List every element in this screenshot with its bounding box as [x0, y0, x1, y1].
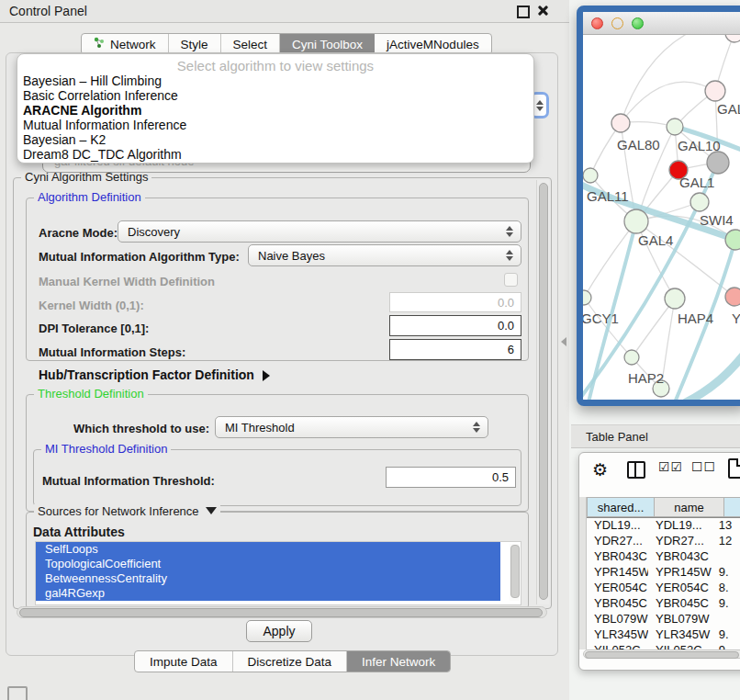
tab-label: Network: [110, 38, 156, 51]
tab-jactivemnodules[interactable]: jActiveMNodules: [375, 34, 491, 54]
aracne-mode-combobox[interactable]: Discovery: [118, 220, 521, 243]
column-header[interactable]: [724, 497, 740, 517]
apply-button[interactable]: Apply: [246, 620, 312, 642]
network-node-hap4[interactable]: [665, 288, 685, 309]
mi-steps-field[interactable]: 6: [389, 339, 521, 360]
network-edge[interactable]: [632, 299, 675, 357]
gear-icon[interactable]: ⚙: [592, 459, 608, 480]
network-node-gal10[interactable]: [667, 119, 683, 135]
table-row[interactable]: YBR043CYBR043C: [587, 548, 740, 564]
aracne-mode-value: Discovery: [128, 225, 502, 239]
tab-network[interactable]: Network: [82, 34, 169, 54]
network-node-gal4[interactable]: [624, 209, 648, 233]
table-row[interactable]: YLR345WYLR345W9.: [587, 627, 740, 642]
network-node-label: Y: [732, 310, 740, 326]
algorithm-option[interactable]: Bayesian – K2: [17, 132, 533, 147]
table-cell: YIL052C: [648, 643, 712, 649]
scrollbar-thumb[interactable]: [585, 651, 739, 659]
network-node-gal11[interactable]: [583, 168, 598, 183]
attribute-item[interactable]: BetweennessCentrality: [36, 571, 500, 586]
network-node-swi4[interactable]: [725, 230, 740, 250]
network-node[interactable]: [725, 35, 740, 42]
table-cell: YBL079W: [587, 612, 648, 626]
algorithm-list: Bayesian – Hill ClimbingBasic Correlatio…: [17, 73, 533, 162]
scrollbar-thumb[interactable]: [19, 608, 543, 617]
settings-vertical-scrollbar[interactable]: [536, 180, 549, 604]
which-threshold-combobox[interactable]: MI Threshold: [215, 416, 488, 438]
table-row[interactable]: YIL052CYIL052C9: [587, 642, 740, 649]
table-cell: 9.: [712, 565, 740, 579]
column-header[interactable]: shared...: [587, 497, 655, 517]
table-panel-titlebar: Table Panel: [571, 424, 740, 448]
table-cell: 12: [712, 534, 740, 548]
scrollbar-thumb[interactable]: [539, 183, 548, 600]
tab-infer-network[interactable]: Infer Network: [347, 651, 450, 672]
table-cell: YLR345W: [587, 627, 648, 641]
tab-impute-data[interactable]: Impute Data: [135, 651, 233, 672]
network-graph[interactable]: GALGAL80GAL10GAL11GAL1GAL4SWI4GCY1HAP4YH…: [583, 35, 740, 401]
hub-section-toggle[interactable]: Hub/Transcription Factor Definition: [39, 367, 270, 382]
algorithm-option[interactable]: ARACNE Algorithm: [17, 103, 533, 118]
network-node[interactable]: [707, 152, 729, 174]
tab-style[interactable]: Style: [169, 34, 221, 54]
float-window-icon[interactable]: [517, 6, 530, 18]
attributes-scrollbar[interactable]: [510, 544, 520, 601]
table-row[interactable]: YBL079WYBL079W: [587, 611, 740, 627]
settings-horizontal-scrollbar[interactable]: [17, 606, 547, 618]
network-node-gcy1[interactable]: [583, 290, 591, 305]
table-cell: 9: [712, 643, 740, 649]
minimize-traffic-light-icon[interactable]: [611, 17, 623, 29]
algorithm-option[interactable]: Basic Correlation Inference: [17, 88, 533, 103]
network-node-label: GAL80: [617, 137, 660, 152]
dpi-tolerance-field[interactable]: 0.0: [389, 315, 521, 336]
splitpane-collapse-icon[interactable]: [561, 337, 566, 346]
table-horizontal-scrollbar[interactable]: [583, 649, 740, 659]
table-row[interactable]: YBR045CYBR045C9.: [587, 595, 740, 611]
network-node-label: GCY1: [583, 310, 619, 326]
table-row[interactable]: YER054CYER054C8.: [587, 580, 740, 595]
close-icon[interactable]: [537, 5, 549, 17]
table-row[interactable]: YDL19...YDL19...13: [587, 517, 740, 533]
network-node-gal[interactable]: [705, 81, 725, 101]
select-all-checkboxes-icon[interactable]: ☑☑: [658, 459, 683, 474]
table-row[interactable]: YDR27...YDR27...12: [587, 533, 740, 548]
network-node-y[interactable]: [725, 288, 740, 306]
table-panel-window: ⚙ ☑☑ ☐☐ shared...name YDL19...YDL19...13…: [578, 452, 740, 671]
network-node-gal80[interactable]: [611, 114, 630, 132]
algorithm-option[interactable]: Bayesian – Hill Climbing: [17, 73, 533, 88]
close-traffic-light-icon[interactable]: [591, 17, 603, 29]
kernel-width-field[interactable]: 0.0: [389, 292, 521, 312]
dock-panel-icon[interactable]: [7, 686, 28, 700]
network-node-gal1[interactable]: [690, 193, 709, 211]
algorithm-option[interactable]: Dream8 DC_TDC Algorithm: [17, 147, 533, 162]
which-threshold-label: Which threshold to use:: [73, 422, 209, 435]
table-panel-title: Table Panel: [586, 430, 648, 444]
manual-kernel-checkbox[interactable]: [504, 273, 518, 287]
network-node-label: GAL: [717, 101, 740, 117]
attribute-item[interactable]: TopologicalCoefficient: [36, 557, 500, 571]
mi-threshold-field[interactable]: 0.5: [386, 467, 516, 488]
attribute-items: SelfLoopsTopologicalCoefficientBetweenne…: [36, 542, 521, 601]
zoom-traffic-light-icon[interactable]: [632, 17, 644, 29]
column-layout-icon[interactable]: [627, 461, 645, 479]
tab-cyni-toolbox[interactable]: Cyni Toolbox: [280, 34, 375, 54]
data-attributes-list[interactable]: SelfLoopsTopologicalCoefficientBetweenne…: [35, 541, 521, 605]
network-canvas[interactable]: GALGAL80GAL10GAL11GAL1GAL4SWI4GCY1HAP4YH…: [583, 35, 740, 401]
attribute-item[interactable]: gal4RGexp: [36, 586, 500, 601]
column-header[interactable]: name: [655, 497, 724, 517]
tab-select[interactable]: Select: [221, 34, 281, 54]
network-view-window: GALGAL80GAL10GAL11GAL1GAL4SWI4GCY1HAP4YH…: [577, 6, 740, 406]
document-icon[interactable]: [728, 458, 740, 479]
scrollbar-thumb[interactable]: [510, 545, 520, 598]
mi-type-combobox[interactable]: Naive Bayes: [248, 244, 521, 266]
sources-group-title[interactable]: Sources for Network Inference: [34, 504, 220, 518]
tab-discretize-data[interactable]: Discretize Data: [233, 651, 348, 672]
network-window-titlebar[interactable]: [583, 12, 740, 35]
spinner-up-icon: [536, 100, 544, 105]
network-node-hap2[interactable]: [624, 350, 639, 365]
attribute-item[interactable]: SelfLoops: [36, 542, 500, 557]
algorithm-option[interactable]: Mutual Information Inference: [17, 118, 533, 132]
table-row[interactable]: YPR145WYPR145W9.: [587, 564, 740, 580]
network-edge[interactable]: [584, 221, 636, 298]
deselect-all-checkboxes-icon[interactable]: ☐☐: [691, 459, 716, 474]
